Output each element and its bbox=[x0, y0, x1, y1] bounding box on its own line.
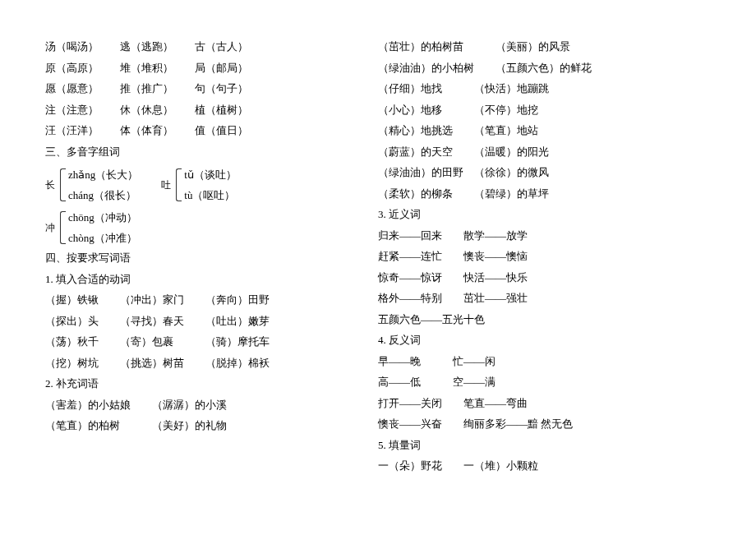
synonym-row: 五颜六色——五光十色 bbox=[378, 314, 711, 325]
phrase-row: （仔细）地找 （快活）地蹦跳 bbox=[378, 83, 711, 94]
phrase-row: （绿油油）的田野 （徐徐）的微风 bbox=[378, 167, 711, 178]
right-column: （茁壮）的柏树苗 （美丽）的风景 （绿油油）的小柏树 （五颜六色）的鲜花 （仔细… bbox=[378, 41, 711, 519]
subsection-title: 5. 填量词 bbox=[378, 440, 711, 450]
pair-row: 注（注意） 休（休息） 植（植树） bbox=[45, 104, 378, 115]
section-4-title: 四、按要求写词语 bbox=[45, 252, 378, 263]
phrase-row: （精心）地挑选 （笔直）地站 bbox=[378, 125, 711, 136]
antonym-row: 高——低 空——满 bbox=[378, 376, 711, 387]
bracket-icon bbox=[176, 168, 182, 201]
phrase-row: （蔚蓝）的天空 （温暖）的阳光 bbox=[378, 146, 711, 157]
pair-row: 愿（愿意） 推（推广） 句（句子） bbox=[45, 83, 378, 94]
section-3-title: 三、多音字组词 bbox=[45, 146, 378, 157]
synonym-row: 格外——特别 茁壮——强壮 bbox=[378, 293, 711, 303]
subsection-title: 1. 填入合适的动词 bbox=[45, 274, 378, 284]
verb-row: （探出）头 （寻找）春天 （吐出）嫩芽 bbox=[45, 316, 378, 326]
pair-row: 汤（喝汤） 逃（逃跑） 古（古人） bbox=[45, 41, 378, 52]
polyphone-reading: chōng（冲动） bbox=[68, 210, 137, 225]
synonym-row: 惊奇——惊讶 快活——快乐 bbox=[378, 272, 711, 283]
antonym-row: 早——晚 忙——闲 bbox=[378, 356, 711, 367]
subsection-title: 3. 近义词 bbox=[378, 209, 711, 219]
pair-row: 原（高原） 堆（堆积） 局（邮局） bbox=[45, 62, 378, 73]
polyphone-reading: zhǎng（长大） bbox=[68, 167, 138, 182]
polyphone-reading: chòng（冲准） bbox=[68, 230, 137, 246]
bracket-icon bbox=[60, 211, 66, 244]
phrase-row: （笔直）的柏树 （美好）的礼物 bbox=[45, 420, 378, 431]
polyphone-reading: tù（呕吐） bbox=[184, 187, 237, 203]
polyphone-reading: tǔ（谈吐） bbox=[184, 167, 237, 182]
antonym-row: 懊丧——兴奋 绚丽多彩——黯 然无色 bbox=[378, 418, 711, 429]
polyphone-reading: cháng（很长） bbox=[68, 187, 138, 203]
synonym-row: 赶紧——连忙 懊丧——懊恼 bbox=[378, 251, 711, 261]
left-column: 汤（喝汤） 逃（逃跑） 古（古人） 原（高原） 堆（堆积） 局（邮局） 愿（愿意… bbox=[45, 41, 378, 519]
phrase-row: （害羞）的小姑娘 （潺潺）的小溪 bbox=[45, 399, 378, 410]
subsection-title: 2. 补充词语 bbox=[45, 378, 378, 389]
antonym-row: 打开——关闭 笔直——弯曲 bbox=[378, 398, 711, 408]
phrase-row: （绿油油）的小柏树 （五颜六色）的鲜花 bbox=[378, 62, 711, 73]
polyphone-char: 吐 bbox=[161, 180, 174, 190]
polyphone-char: 长 bbox=[45, 180, 58, 190]
phrase-row: （小心）地移 （不停）地挖 bbox=[378, 104, 711, 115]
polyphone-char: 冲 bbox=[45, 223, 58, 233]
polyphone-group: 长 zhǎng（长大） cháng（很长） 吐 tǔ（谈吐） tù（呕吐） bbox=[45, 167, 378, 203]
measure-row: 一（朵）野花 一（堆）小颗粒 bbox=[378, 460, 711, 471]
phrase-row: （柔软）的柳条 （碧绿）的草坪 bbox=[378, 188, 711, 199]
verb-row: （握）铁锹 （冲出）家门 （奔向）田野 bbox=[45, 294, 378, 305]
bracket-icon bbox=[60, 168, 66, 201]
subsection-title: 4. 反义词 bbox=[378, 334, 711, 345]
synonym-row: 归来——回来 散学——放学 bbox=[378, 230, 711, 241]
phrase-row: （茁壮）的柏树苗 （美丽）的风景 bbox=[378, 41, 711, 52]
pair-row: 汪（汪洋） 体（体育） 值（值日） bbox=[45, 125, 378, 136]
verb-row: （荡）秋千 （寄）包裹 （骑）摩托车 bbox=[45, 336, 378, 347]
verb-row: （挖）树坑 （挑选）树苗 （脱掉）棉袄 bbox=[45, 357, 378, 368]
polyphone-group: 冲 chōng（冲动） chòng（冲准） bbox=[45, 210, 378, 246]
